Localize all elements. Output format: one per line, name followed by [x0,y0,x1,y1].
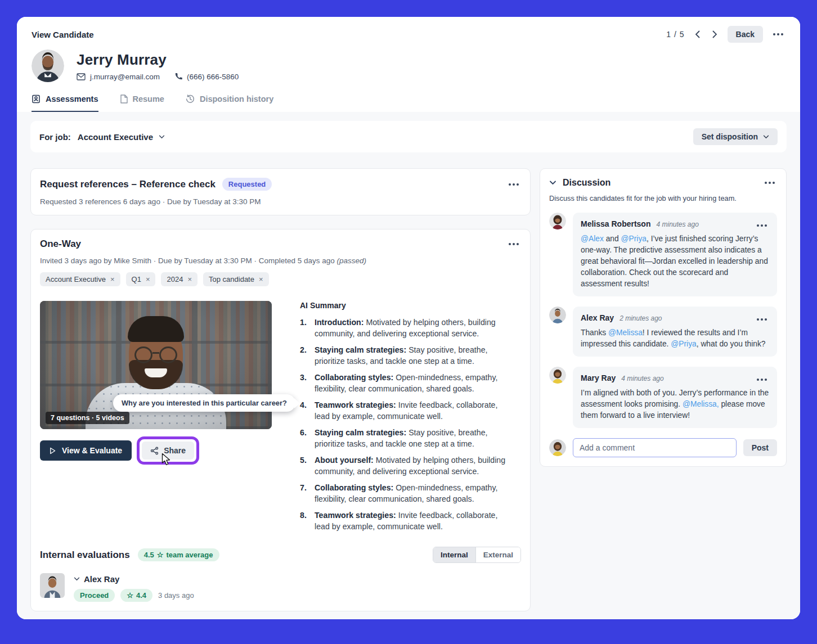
candidate-phone[interactable]: (666) 666-5860 [187,73,239,81]
job-selector[interactable]: Account Executive [78,132,165,142]
ai-summary-item: 3. Collaborating styles: Open-mindedness… [300,372,514,394]
decision-badge: Proceed [74,589,115,602]
commenter-name: Alex Ray [581,313,614,322]
mouse-cursor [160,453,172,466]
id-badge-icon [32,94,41,103]
comment-more-icon[interactable] [755,376,769,383]
commenter-avatar [549,307,566,323]
header-more-icon[interactable] [771,31,785,38]
mention-link[interactable]: @Priya [671,340,696,348]
one-way-more-icon[interactable] [506,241,521,247]
back-button[interactable]: Back [728,26,763,43]
score-badge: ☆ 4.4 [120,589,152,602]
tab-disposition-history[interactable]: Disposition history [186,94,273,112]
reference-more-icon[interactable] [506,181,521,188]
view-evaluate-button[interactable]: View & Evaluate [40,440,132,461]
tab-label: Assessments [46,94,98,103]
star-icon: ☆ [127,591,133,600]
remove-tag-icon[interactable]: × [110,276,115,283]
passed-label: (passed) [337,256,367,265]
reviewer-avatar [40,573,65,598]
comment-time: 2 minutes ago [620,314,662,322]
mention-link[interactable]: @Melissa [608,328,643,337]
chevron-down-icon[interactable] [74,577,80,581]
remove-tag-icon[interactable]: × [187,276,192,283]
ai-summary-item: 6. Staying calm strategies: Stay positiv… [300,427,514,449]
team-average-badge: 4.5 ☆ team average [138,548,219,561]
internal-evaluations-section: Internal evaluations 4.5 ☆ team average … [40,547,521,602]
chevron-right-icon [712,30,717,38]
toggle-internal[interactable]: Internal [433,547,475,562]
mention-link[interactable]: @Alex [581,235,604,243]
tag: Top candidate× [203,272,269,286]
tag: Q1× [126,272,156,286]
ai-summary: AI Summary 1. Introduction: Motivated by… [300,301,521,532]
discussion-title: Discussion [563,178,610,188]
candidate-avatar [32,49,64,82]
commenter-avatar [549,367,566,384]
collapse-discussion-icon[interactable] [549,181,556,185]
mention-link[interactable]: @Priya [621,235,647,243]
reference-card-title: Request references – Reference check [40,179,216,190]
prev-candidate-button[interactable] [693,28,702,40]
comment-more-icon[interactable] [755,316,769,323]
comment-more-icon[interactable] [755,222,769,229]
job-name: Account Executive [78,132,153,142]
current-user-avatar [549,439,566,456]
remove-tag-icon[interactable]: × [259,276,263,283]
comment: Mary Ray 4 minutes ago I’m aligned with … [549,367,777,428]
tab-assessments[interactable]: Assessments [32,94,98,112]
chevron-down-icon [763,135,769,139]
add-comment-input[interactable] [573,438,737,457]
tag: Account Executive× [40,272,120,286]
comment-composer: Post [549,438,777,457]
pagination-counter: 1 / 5 [666,30,684,39]
content-area: For job: Account Executive Set dispositi… [17,112,800,619]
commenter-avatar [549,213,566,229]
reviewer-name: Alex Ray [84,574,119,584]
candidate-name: Jerry Murray [77,51,239,69]
comment-time: 4 minutes ago [621,375,663,382]
one-way-card: One-Way Invited 3 days ago by Mike Smith… [30,229,531,611]
next-candidate-button[interactable] [710,28,720,40]
evaluation-row: Alex Ray Proceed ☆ 4.4 3 days ago [40,573,521,602]
evaluation-time: 3 days ago [158,591,194,600]
ai-summary-item: 8. Teamwork strategies: Invite feedback,… [300,510,514,532]
tab-resume[interactable]: Resume [120,94,164,112]
ai-summary-item: 1. Introduction: Motivated by helping ot… [300,317,514,339]
history-icon [186,94,195,103]
candidate-email[interactable]: j.murray@email.com [90,73,160,81]
tag: 2024× [161,272,197,286]
chevron-down-icon [159,135,165,139]
for-job-label: For job: [39,132,71,142]
post-comment-button[interactable]: Post [743,439,777,456]
comment-body: Thanks @Melissa! I reviewed the results … [581,327,769,350]
remove-tag-icon[interactable]: × [146,276,150,283]
comment: Alex Ray 2 minutes ago Thanks @Melissa! … [549,307,777,357]
internal-evaluations-title: Internal evaluations [40,550,130,561]
commenter-name: Melissa Robertson [581,219,650,228]
document-icon [120,94,128,103]
video-thumbnail[interactable]: 7 questions · 5 videos Why are you inter… [40,301,272,429]
commenter-name: Mary Ray [581,373,616,382]
ai-summary-title: AI Summary [300,301,514,310]
phone-icon [174,73,182,80]
mention-link[interactable]: @Melissa, [683,400,719,408]
video-count-badge: 7 questions · 5 videos [46,412,129,424]
star-icon: ☆ [157,551,164,559]
job-bar: For job: Account Executive Set dispositi… [30,121,787,152]
question-tooltip: Why are you interested in this particula… [113,394,295,412]
set-disposition-button[interactable]: Set disposition [693,128,778,145]
reference-meta: Requested 3 references 6 days ago · Due … [40,197,521,206]
discussion-more-icon[interactable] [762,179,777,186]
ai-summary-item: 4. Teamwork strategies: Invite feedback,… [300,399,514,422]
toggle-external[interactable]: External [475,547,520,562]
candidate-view-window: View Candidate 1 / 5 Back [17,17,800,619]
comment-body: @Alex and @Priya, I’ve just finished sco… [581,233,769,290]
internal-external-toggle: Internal External [433,547,521,563]
tag-list: Account Executive× Q1× 2024× Top candida… [40,272,521,286]
discussion-subtitle: Discuss this candidates fit for the job … [549,194,777,202]
page-title: View Candidate [32,30,94,39]
share-icon [150,447,159,455]
discussion-panel: Discussion Discuss this candidates fit f… [540,168,787,467]
